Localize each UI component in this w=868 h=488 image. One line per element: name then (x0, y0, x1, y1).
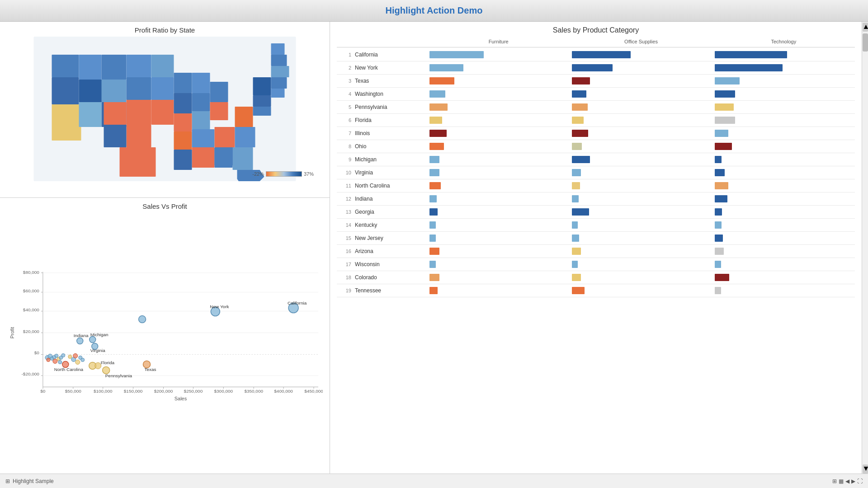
state-nevada[interactable] (79, 80, 104, 102)
state-louisiana[interactable] (174, 150, 192, 170)
state-nm[interactable] (104, 125, 127, 147)
us-map-svg (7, 37, 323, 181)
scatter-pennsylvania[interactable] (103, 366, 110, 374)
bar-cell-tech (712, 259, 855, 269)
state-sd[interactable] (127, 77, 151, 100)
table-row[interactable]: 15 New Jersey (337, 232, 855, 245)
state-pennsylvania[interactable] (235, 107, 253, 127)
view-grid-icon[interactable]: ⊞ (832, 478, 837, 484)
state-colorado[interactable] (104, 102, 127, 125)
state-arkansas[interactable] (174, 131, 192, 150)
scatter-michigan[interactable] (90, 337, 96, 343)
legend-gradient (266, 171, 302, 177)
scatter-dot[interactable] (81, 358, 85, 361)
table-row[interactable]: 8 Ohio (337, 140, 855, 153)
scatter-dot[interactable] (47, 358, 50, 361)
table-row[interactable]: 9 Michigan (337, 153, 855, 166)
table-row[interactable]: 3 Texas (337, 75, 855, 88)
table-row[interactable]: 1 California (337, 48, 855, 61)
state-virginia[interactable] (235, 127, 255, 147)
state-nj[interactable] (253, 95, 271, 107)
bar-office (572, 143, 582, 150)
table-row[interactable]: 11 North Carolina (337, 179, 855, 192)
state-montana[interactable] (102, 55, 127, 80)
table-row[interactable]: 18 Colorado (337, 271, 855, 284)
bar-cell-tech (712, 220, 855, 230)
table-row[interactable]: 5 Pennsylvania (337, 101, 855, 114)
scroll-down-arrow[interactable]: ▼ (863, 465, 868, 474)
fullscreen-icon[interactable]: ⛶ (857, 478, 863, 484)
state-missouri[interactable] (151, 100, 174, 125)
state-me[interactable] (271, 43, 285, 55)
table-row[interactable]: 6 Florida (337, 114, 855, 127)
state-oklahoma[interactable] (174, 113, 192, 131)
view-list-icon[interactable]: ▦ (839, 478, 844, 484)
state-alabama[interactable] (215, 147, 233, 168)
scatter-dot[interactable] (75, 360, 80, 364)
table-row[interactable]: 12 Indiana (337, 192, 855, 206)
row-state: New York (355, 65, 427, 71)
state-iowa[interactable] (151, 77, 174, 100)
state-mississippi[interactable] (192, 147, 215, 168)
state-md[interactable] (253, 107, 271, 116)
scatter-dot[interactable] (68, 355, 72, 358)
state-nc[interactable] (215, 127, 235, 147)
table-row[interactable]: 10 Virginia (337, 166, 855, 179)
scroll-thumb[interactable] (863, 33, 868, 52)
scatter-dot[interactable] (53, 359, 57, 363)
scatter-north-carolina[interactable] (62, 361, 69, 367)
table-row[interactable]: 19 Tennessee (337, 284, 855, 297)
scatter-dot[interactable] (61, 353, 65, 357)
state-ri[interactable] (271, 89, 285, 98)
state-california[interactable] (52, 104, 81, 141)
state-ohio[interactable] (210, 82, 228, 102)
state-kansas[interactable] (127, 125, 151, 147)
scatter-dot[interactable] (73, 353, 78, 358)
table-row[interactable]: 2 New York (337, 61, 855, 75)
state-nh[interactable] (271, 55, 287, 66)
state-nebraska[interactable] (127, 100, 151, 125)
state-washington[interactable] (52, 55, 79, 77)
state-idaho[interactable] (79, 55, 102, 80)
state-texas[interactable] (120, 147, 156, 177)
state-wv[interactable] (210, 102, 228, 120)
table-row[interactable]: 4 Washington (337, 88, 855, 101)
state-ma[interactable] (271, 66, 289, 77)
state-wisconsin[interactable] (174, 73, 192, 93)
table-row[interactable]: 7 Illinois (337, 127, 855, 140)
scroll-up-arrow[interactable]: ▲ (863, 23, 868, 32)
scatter-dot-large[interactable] (139, 316, 146, 323)
state-georgia[interactable] (233, 147, 253, 170)
table-scrollbar[interactable]: ▲ ▼ (862, 22, 868, 474)
row-state: Kentucky (355, 222, 427, 228)
state-nd[interactable] (127, 55, 151, 77)
bar-furniture (429, 143, 444, 150)
table-row[interactable]: 17 Wisconsin (337, 258, 855, 271)
row-state: Indiana (355, 196, 427, 202)
row-state: Ohio (355, 143, 427, 150)
state-oregon[interactable] (52, 77, 79, 104)
table-row[interactable]: 14 Kentucky (337, 219, 855, 232)
scatter-dot[interactable] (58, 360, 62, 364)
svg-text:$250,000: $250,000 (184, 389, 203, 394)
prev-icon[interactable]: ◀ (845, 478, 849, 484)
state-tennessee[interactable] (192, 129, 215, 147)
scatter-dot[interactable] (95, 362, 101, 369)
state-arizona[interactable] (79, 102, 102, 127)
state-michigan[interactable] (192, 73, 210, 93)
table-row[interactable]: 16 Arizona (337, 245, 855, 258)
state-ct[interactable] (271, 77, 287, 89)
col-rank-header (337, 38, 355, 45)
state-kentucky[interactable] (192, 111, 210, 129)
state-ny[interactable] (253, 77, 271, 95)
next-icon[interactable]: ▶ (851, 478, 855, 484)
table-row[interactable]: 13 Georgia (337, 206, 855, 219)
scatter-dot[interactable] (55, 354, 58, 357)
state-wyoming[interactable] (102, 80, 127, 102)
state-illinois[interactable] (174, 93, 192, 113)
bar-cell-furniture (427, 272, 570, 282)
state-indiana[interactable] (192, 93, 210, 111)
state-minnesota[interactable] (151, 55, 174, 77)
status-right: ⊞ ▦ ◀ ▶ ⛶ (832, 478, 863, 484)
scatter-indiana[interactable] (77, 338, 83, 344)
